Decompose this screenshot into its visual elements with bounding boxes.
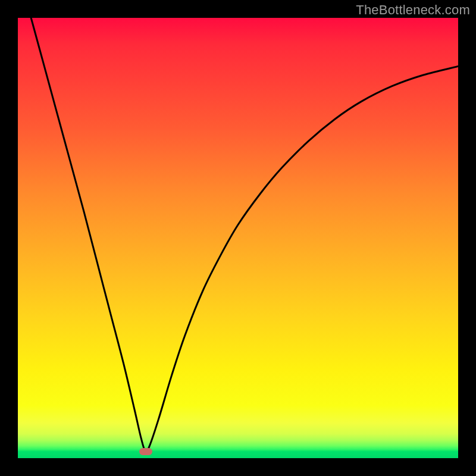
chart-frame: TheBottleneck.com — [0, 0, 476, 476]
watermark-text: TheBottleneck.com — [356, 2, 470, 18]
optimum-marker-icon — [139, 448, 152, 455]
plot-area — [18, 18, 458, 458]
bottleneck-curve — [18, 18, 458, 458]
